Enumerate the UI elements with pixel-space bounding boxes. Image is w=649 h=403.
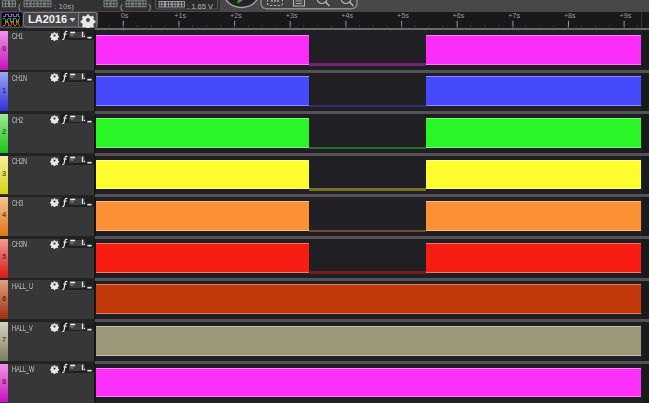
- svg-text:+5s: +5s: [397, 12, 409, 20]
- svg-text:+3s: +3s: [286, 12, 298, 20]
- svg-text:(: (: [120, 2, 123, 11]
- svg-text:+8s: +8s: [564, 12, 576, 20]
- svg-text:+6s: +6s: [453, 12, 465, 20]
- svg-text:+9s: +9s: [620, 12, 632, 20]
- svg-text:LA2016: LA2016: [28, 13, 67, 25]
- svg-text:(: (: [18, 2, 21, 11]
- svg-text:+7s: +7s: [508, 12, 520, 20]
- svg-text:: 1.65 V: : 1.65 V: [187, 2, 214, 11]
- svg-text:+4s: +4s: [341, 12, 353, 20]
- svg-text:: 10s): : 10s): [54, 2, 74, 11]
- svg-text:+1s: +1s: [174, 12, 186, 20]
- svg-text:): ): [149, 2, 152, 11]
- svg-text:0s: 0s: [121, 12, 129, 20]
- svg-text:+2s: +2s: [230, 12, 242, 20]
